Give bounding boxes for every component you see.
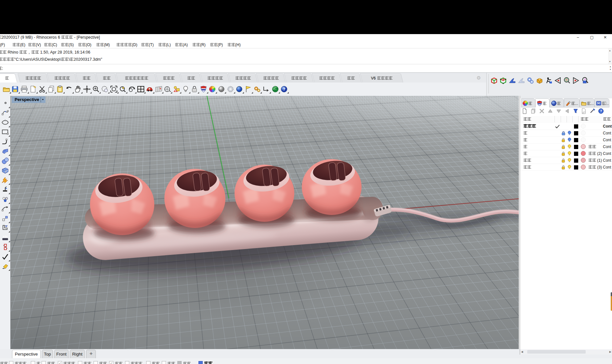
svg-text:?: ?: [283, 87, 286, 92]
svg-text:?: ?: [600, 109, 602, 113]
